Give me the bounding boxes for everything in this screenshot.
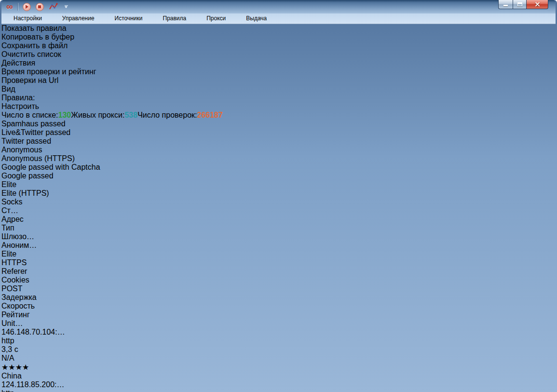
ribbon-button-label: Копировать в буфер bbox=[1, 33, 74, 41]
rule-item[interactable]: Twitter passed bbox=[1, 137, 556, 146]
column-header-Ст…[interactable]: Ст… bbox=[1, 206, 556, 215]
stop-check-button[interactable] bbox=[36, 3, 44, 11]
stop-icon bbox=[38, 5, 41, 8]
rule-item[interactable]: Elite (HTTPS) bbox=[1, 189, 556, 198]
address-cell: 124.118.85.200:… bbox=[1, 380, 556, 389]
rule-label: Elite bbox=[1, 180, 16, 189]
proxy-row[interactable]: Unit…146.148.70.104:…http3,3 сN/A★★★★ bbox=[1, 319, 556, 372]
rule-label: Spamhaus passed bbox=[1, 120, 66, 128]
close-icon bbox=[535, 2, 540, 7]
stat-value: 266187 bbox=[197, 111, 223, 119]
proxy-table-panel: Ст…АдресТипШлюзо…Аноним…EliteHTTPSRefere… bbox=[1, 206, 556, 392]
rule-label: Live&Twitter passed bbox=[1, 128, 70, 136]
column-header-Cookies[interactable]: Cookies bbox=[1, 276, 556, 284]
group-label-view: Вид bbox=[1, 85, 556, 94]
graph-button[interactable] bbox=[49, 3, 58, 11]
column-header-Elite[interactable]: Elite bbox=[1, 250, 556, 258]
tab-Правила[interactable]: Правила bbox=[153, 14, 197, 24]
start-check-button[interactable] bbox=[23, 3, 31, 11]
app-window: ∞ НастройкиУправлениеИсточникиПравилаПро… bbox=[0, 0, 557, 392]
tab-Выдача[interactable]: Выдача bbox=[236, 14, 277, 24]
rules-panel-title: Правила: bbox=[1, 94, 556, 102]
column-header-Задержка[interactable]: Задержка bbox=[1, 293, 556, 302]
rule-item[interactable]: Live&Twitter passed bbox=[1, 128, 556, 137]
country-cell: Unit… bbox=[1, 319, 556, 328]
ribbon-button[interactable]: Показать правила bbox=[1, 24, 556, 33]
app-logo-icon: ∞ bbox=[6, 0, 13, 14]
view-option-label: Проверки на Url bbox=[1, 76, 58, 84]
column-header-Аноним…[interactable]: Аноним… bbox=[1, 241, 556, 250]
column-header-Адрес[interactable]: Адрес bbox=[1, 215, 556, 224]
rule-label: Google passed bbox=[1, 172, 54, 180]
view-option[interactable]: Время проверки и рейтинг bbox=[1, 68, 556, 76]
rule-label: Elite (HTTPS) bbox=[1, 189, 49, 197]
rule-item[interactable]: Socks bbox=[1, 198, 556, 206]
content-area: Правила: Настроить Число в списке:130Жив… bbox=[1, 94, 556, 392]
qat-separator bbox=[18, 3, 18, 11]
close-button[interactable] bbox=[526, 0, 548, 9]
column-header-Скорость[interactable]: Скорость bbox=[1, 302, 556, 311]
ribbon-group-view: Время проверки и рейтингПроверки на Url … bbox=[1, 68, 556, 94]
rule-item[interactable]: Google passed with Captcha bbox=[1, 163, 556, 172]
maximize-icon bbox=[517, 2, 522, 6]
ribbon-button-label: Показать правила bbox=[1, 24, 67, 32]
rule-label: Anonymous (HTTPS) bbox=[1, 154, 75, 162]
rule-item[interactable]: Anonymous (HTTPS) bbox=[1, 154, 556, 163]
grid-body: Unit…146.148.70.104:…http3,3 сN/A★★★★Chi… bbox=[1, 319, 556, 392]
ribbon-tab-bar: НастройкиУправлениеИсточникиПравилаПрокс… bbox=[1, 14, 556, 24]
column-header-Шлюзо…[interactable]: Шлюзо… bbox=[1, 232, 556, 241]
rule-item[interactable]: Google passed bbox=[1, 172, 556, 180]
type-cell: http bbox=[1, 389, 556, 392]
rule-item[interactable]: Elite bbox=[1, 180, 556, 189]
maximize-button[interactable] bbox=[513, 0, 526, 9]
ribbon-button-label: Очистить список bbox=[1, 50, 61, 58]
tab-Источники[interactable]: Источники bbox=[105, 14, 153, 24]
column-header-HTTPS[interactable]: HTTPS bbox=[1, 258, 556, 267]
ribbon-button[interactable]: Очистить список bbox=[1, 50, 556, 59]
rule-item[interactable]: Spamhaus passed bbox=[1, 120, 556, 128]
rule-label: Socks bbox=[1, 198, 23, 206]
view-option-label: Время проверки и рейтинг bbox=[1, 68, 96, 76]
ribbon-button[interactable]: Сохранить в файл bbox=[1, 41, 556, 50]
tab-Управление[interactable]: Управление bbox=[52, 14, 105, 24]
view-option[interactable]: Проверки на Url bbox=[1, 76, 556, 85]
country-cell: China bbox=[1, 372, 556, 380]
address-cell: 146.148.70.104:… bbox=[1, 328, 556, 337]
speed-cell: N/A bbox=[1, 354, 556, 363]
tab-Прокси[interactable]: Прокси bbox=[196, 14, 236, 24]
qat-dropdown-button[interactable] bbox=[63, 3, 69, 10]
actions-buttons: Показать правилаКопировать в буферСохран… bbox=[1, 24, 556, 59]
rule-item[interactable]: Anonymous bbox=[1, 146, 556, 154]
stat-item: Число в списке:130 bbox=[1, 111, 71, 119]
ribbon-button-label: Сохранить в файл bbox=[1, 41, 68, 50]
minimize-icon bbox=[503, 5, 508, 6]
rule-label: Anonymous bbox=[1, 146, 42, 154]
grid-columns: Ст…АдресТипШлюзо…Аноним…EliteHTTPSRefere… bbox=[1, 206, 556, 392]
column-header-POST[interactable]: POST bbox=[1, 284, 556, 293]
stat-item: Число проверок:266187 bbox=[137, 111, 223, 119]
title-bar: ∞ bbox=[1, 0, 556, 14]
column-header-Рейтинг[interactable]: Рейтинг bbox=[1, 311, 556, 319]
minimize-button[interactable] bbox=[498, 0, 513, 9]
play-icon bbox=[26, 5, 28, 9]
proxy-grid: Ст…АдресТипШлюзо…Аноним…EliteHTTPSRefere… bbox=[1, 206, 556, 392]
rating-stars: ★★★★ bbox=[1, 363, 29, 371]
group-label-actions: Действия bbox=[1, 59, 556, 68]
grid-header: Ст…АдресТипШлюзо…Аноним…EliteHTTPSRefere… bbox=[1, 206, 556, 319]
tab-bar: НастройкиУправлениеИсточникиПравилаПрокс… bbox=[3, 14, 277, 24]
rules-list: Spamhaus passedLive&Twitter passedTwitte… bbox=[1, 120, 556, 206]
proxy-row[interactable]: China124.118.85.200:…http0,4 сN/A★★★★ bbox=[1, 372, 556, 392]
ribbon-group-actions: Показать правилаКопировать в буферСохран… bbox=[1, 24, 556, 68]
chevron-down-icon bbox=[65, 6, 68, 8]
column-header-Referer[interactable]: Referer bbox=[1, 267, 556, 276]
stat-item: Живых прокси:538 bbox=[71, 111, 137, 119]
configure-rules-button[interactable]: Настроить bbox=[1, 102, 556, 111]
type-cell: http bbox=[1, 337, 556, 345]
ribbon-button[interactable]: Копировать в буфер bbox=[1, 33, 556, 41]
top-row: Правила: Настроить Число в списке:130Жив… bbox=[1, 94, 556, 120]
column-header-Тип[interactable]: Тип bbox=[1, 224, 556, 232]
rule-label: Twitter passed bbox=[1, 137, 51, 145]
tab-Настройки[interactable]: Настройки bbox=[3, 14, 52, 24]
rating-cell: ★★★★ bbox=[1, 363, 556, 372]
graph-icon bbox=[49, 3, 58, 11]
